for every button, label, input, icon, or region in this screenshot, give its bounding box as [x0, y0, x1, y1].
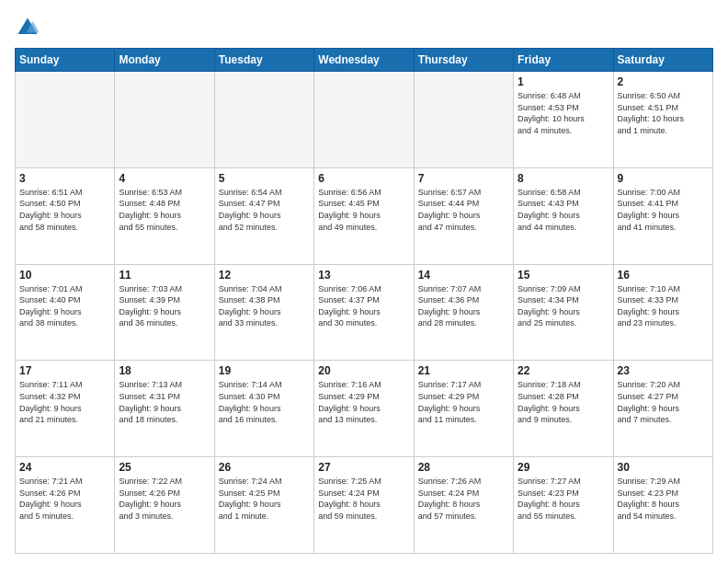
- day-number: 29: [518, 461, 609, 474]
- day-number: 15: [518, 269, 609, 282]
- day-number: 16: [618, 269, 709, 282]
- day-info: Sunrise: 6:58 AM Sunset: 4:43 PM Dayligh…: [518, 187, 609, 233]
- day-info: Sunrise: 7:11 AM Sunset: 4:32 PM Dayligh…: [19, 379, 110, 425]
- day-info: Sunrise: 7:25 AM Sunset: 4:24 PM Dayligh…: [318, 476, 409, 522]
- calendar-cell: 25Sunrise: 7:22 AM Sunset: 4:26 PM Dayli…: [115, 457, 214, 554]
- day-number: 14: [418, 269, 509, 282]
- calendar-cell: 6Sunrise: 6:56 AM Sunset: 4:45 PM Daylig…: [314, 167, 414, 264]
- calendar-cell: 9Sunrise: 7:00 AM Sunset: 4:41 PM Daylig…: [613, 167, 712, 264]
- day-number: 11: [119, 269, 210, 282]
- calendar-cell: 22Sunrise: 7:18 AM Sunset: 4:28 PM Dayli…: [514, 361, 613, 457]
- calendar-cell: 10Sunrise: 7:01 AM Sunset: 4:40 PM Dayli…: [16, 264, 115, 361]
- day-number: 10: [19, 269, 110, 282]
- logo-icon: [15, 15, 40, 40]
- day-number: 26: [219, 461, 310, 474]
- day-info: Sunrise: 7:03 AM Sunset: 4:39 PM Dayligh…: [119, 283, 210, 329]
- day-info: Sunrise: 7:17 AM Sunset: 4:29 PM Dayligh…: [418, 379, 509, 425]
- weekday-header-row: SundayMondayTuesdayWednesdayThursdayFrid…: [16, 49, 713, 72]
- day-number: 17: [19, 364, 110, 377]
- day-number: 9: [618, 172, 709, 185]
- day-number: 30: [618, 461, 709, 474]
- calendar-cell: [115, 72, 214, 168]
- day-number: 20: [318, 364, 409, 377]
- day-info: Sunrise: 7:06 AM Sunset: 4:37 PM Dayligh…: [318, 283, 409, 329]
- calendar-cell: 7Sunrise: 6:57 AM Sunset: 4:44 PM Daylig…: [414, 167, 513, 264]
- day-number: 5: [219, 172, 310, 185]
- calendar-cell: 12Sunrise: 7:04 AM Sunset: 4:38 PM Dayli…: [214, 264, 313, 361]
- day-number: 24: [19, 461, 110, 474]
- day-number: 8: [518, 172, 609, 185]
- day-info: Sunrise: 6:53 AM Sunset: 4:48 PM Dayligh…: [119, 187, 210, 233]
- calendar-cell: 8Sunrise: 6:58 AM Sunset: 4:43 PM Daylig…: [514, 167, 613, 264]
- header: [15, 15, 713, 40]
- page: SundayMondayTuesdayWednesdayThursdayFrid…: [0, 0, 728, 563]
- calendar-cell: 26Sunrise: 7:24 AM Sunset: 4:25 PM Dayli…: [214, 457, 313, 554]
- weekday-header-monday: Monday: [115, 49, 214, 72]
- day-number: 18: [119, 364, 210, 377]
- day-info: Sunrise: 7:09 AM Sunset: 4:34 PM Dayligh…: [518, 283, 609, 329]
- day-info: Sunrise: 7:10 AM Sunset: 4:33 PM Dayligh…: [618, 283, 709, 329]
- day-number: 3: [19, 172, 110, 185]
- day-info: Sunrise: 6:57 AM Sunset: 4:44 PM Dayligh…: [418, 187, 509, 233]
- day-info: Sunrise: 7:20 AM Sunset: 4:27 PM Dayligh…: [618, 379, 709, 425]
- day-info: Sunrise: 7:29 AM Sunset: 4:23 PM Dayligh…: [618, 476, 709, 522]
- calendar-cell: 2Sunrise: 6:50 AM Sunset: 4:51 PM Daylig…: [613, 72, 712, 168]
- calendar-cell: 27Sunrise: 7:25 AM Sunset: 4:24 PM Dayli…: [314, 457, 414, 554]
- calendar-cell: 19Sunrise: 7:14 AM Sunset: 4:30 PM Dayli…: [214, 361, 313, 457]
- calendar-cell: 21Sunrise: 7:17 AM Sunset: 4:29 PM Dayli…: [414, 361, 513, 457]
- day-info: Sunrise: 7:21 AM Sunset: 4:26 PM Dayligh…: [19, 476, 110, 522]
- day-info: Sunrise: 6:56 AM Sunset: 4:45 PM Dayligh…: [318, 187, 409, 233]
- calendar-cell: 5Sunrise: 6:54 AM Sunset: 4:47 PM Daylig…: [214, 167, 313, 264]
- day-number: 21: [418, 364, 509, 377]
- day-number: 23: [618, 364, 709, 377]
- day-info: Sunrise: 7:18 AM Sunset: 4:28 PM Dayligh…: [518, 379, 609, 425]
- day-info: Sunrise: 6:50 AM Sunset: 4:51 PM Dayligh…: [618, 90, 709, 136]
- calendar-cell: 24Sunrise: 7:21 AM Sunset: 4:26 PM Dayli…: [16, 457, 115, 554]
- calendar-cell: 3Sunrise: 6:51 AM Sunset: 4:50 PM Daylig…: [16, 167, 115, 264]
- weekday-header-tuesday: Tuesday: [214, 49, 313, 72]
- calendar-cell: 29Sunrise: 7:27 AM Sunset: 4:23 PM Dayli…: [514, 457, 613, 554]
- calendar-week-5: 24Sunrise: 7:21 AM Sunset: 4:26 PM Dayli…: [16, 457, 713, 554]
- day-number: 19: [219, 364, 310, 377]
- calendar-cell: 28Sunrise: 7:26 AM Sunset: 4:24 PM Dayli…: [414, 457, 513, 554]
- day-info: Sunrise: 7:22 AM Sunset: 4:26 PM Dayligh…: [119, 476, 210, 522]
- calendar-cell: 30Sunrise: 7:29 AM Sunset: 4:23 PM Dayli…: [613, 457, 712, 554]
- day-number: 13: [318, 269, 409, 282]
- day-info: Sunrise: 7:24 AM Sunset: 4:25 PM Dayligh…: [219, 476, 310, 522]
- day-info: Sunrise: 7:01 AM Sunset: 4:40 PM Dayligh…: [19, 283, 110, 329]
- calendar-week-3: 10Sunrise: 7:01 AM Sunset: 4:40 PM Dayli…: [16, 264, 713, 361]
- day-info: Sunrise: 6:48 AM Sunset: 4:53 PM Dayligh…: [518, 90, 609, 136]
- calendar-cell: 17Sunrise: 7:11 AM Sunset: 4:32 PM Dayli…: [16, 361, 115, 457]
- calendar-table: SundayMondayTuesdayWednesdayThursdayFrid…: [15, 48, 713, 554]
- day-number: 12: [219, 269, 310, 282]
- day-info: Sunrise: 7:27 AM Sunset: 4:23 PM Dayligh…: [518, 476, 609, 522]
- day-info: Sunrise: 6:54 AM Sunset: 4:47 PM Dayligh…: [219, 187, 310, 233]
- weekday-header-sunday: Sunday: [16, 49, 115, 72]
- day-number: 2: [618, 75, 709, 88]
- day-info: Sunrise: 7:04 AM Sunset: 4:38 PM Dayligh…: [219, 283, 310, 329]
- day-number: 6: [318, 172, 409, 185]
- calendar-cell: 4Sunrise: 6:53 AM Sunset: 4:48 PM Daylig…: [115, 167, 214, 264]
- day-info: Sunrise: 7:16 AM Sunset: 4:29 PM Dayligh…: [318, 379, 409, 425]
- calendar-cell: 14Sunrise: 7:07 AM Sunset: 4:36 PM Dayli…: [414, 264, 513, 361]
- day-number: 27: [318, 461, 409, 474]
- calendar-cell: 23Sunrise: 7:20 AM Sunset: 4:27 PM Dayli…: [613, 361, 712, 457]
- weekday-header-wednesday: Wednesday: [314, 49, 414, 72]
- calendar-cell: 16Sunrise: 7:10 AM Sunset: 4:33 PM Dayli…: [613, 264, 712, 361]
- weekday-header-friday: Friday: [514, 49, 613, 72]
- day-info: Sunrise: 7:14 AM Sunset: 4:30 PM Dayligh…: [219, 379, 310, 425]
- calendar-week-2: 3Sunrise: 6:51 AM Sunset: 4:50 PM Daylig…: [16, 167, 713, 264]
- day-number: 22: [518, 364, 609, 377]
- calendar-cell: 20Sunrise: 7:16 AM Sunset: 4:29 PM Dayli…: [314, 361, 414, 457]
- calendar-cell: [414, 72, 513, 168]
- calendar-cell: [16, 72, 115, 168]
- calendar-cell: 11Sunrise: 7:03 AM Sunset: 4:39 PM Dayli…: [115, 264, 214, 361]
- day-info: Sunrise: 7:13 AM Sunset: 4:31 PM Dayligh…: [119, 379, 210, 425]
- logo: [15, 15, 44, 40]
- day-number: 28: [418, 461, 509, 474]
- calendar-cell: 1Sunrise: 6:48 AM Sunset: 4:53 PM Daylig…: [514, 72, 613, 168]
- day-number: 7: [418, 172, 509, 185]
- calendar-cell: [314, 72, 414, 168]
- day-info: Sunrise: 7:00 AM Sunset: 4:41 PM Dayligh…: [618, 187, 709, 233]
- calendar-cell: 13Sunrise: 7:06 AM Sunset: 4:37 PM Dayli…: [314, 264, 414, 361]
